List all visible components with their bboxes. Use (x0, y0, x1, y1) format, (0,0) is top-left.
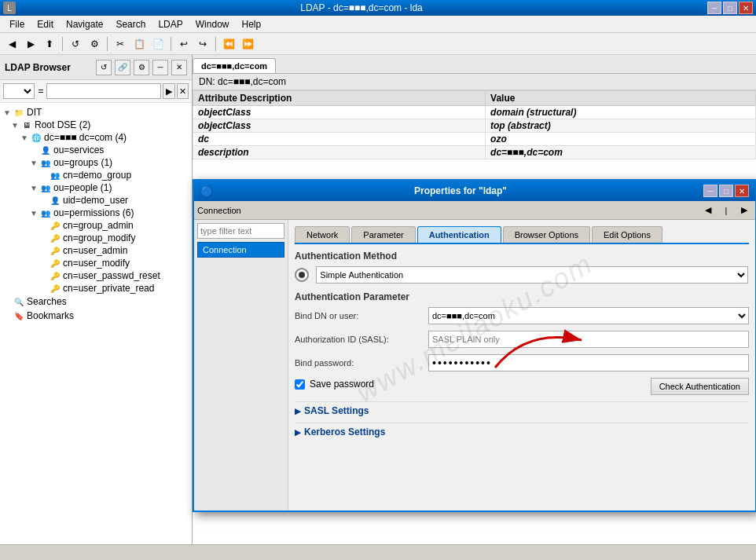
tree-view: ▼ 📁 DIT ▼ 🖥 Root DSE (2) ▼ 🌐 dc=■■■ dc=c… (0, 103, 192, 326)
sasl-arrow-icon: ▶ (295, 407, 301, 415)
bind-dn-select[interactable]: dc=■■■,dc=com (428, 307, 749, 324)
tree-toggle-cnuserpasswdreset (39, 272, 49, 280)
tree-item-uiddemouser[interactable]: 👤 uid=demo_user (38, 194, 192, 207)
table-row[interactable]: descriptiondc=■■■,dc=com (193, 146, 756, 159)
dn-bar: DN: dc=■■■,dc=com (193, 74, 756, 90)
kerberos-arrow-icon: ▶ (295, 428, 301, 437)
toolbar-btn-10[interactable]: ↪ (194, 35, 211, 53)
tree-label-oupermissions: ou=permissions (6) (53, 207, 134, 218)
menu-window[interactable]: Window (189, 17, 236, 31)
menu-edit[interactable]: Edit (31, 17, 60, 31)
menu-ldap[interactable]: LDAP (152, 17, 189, 31)
bind-pw-input[interactable] (428, 354, 749, 372)
tree-item-rootdse[interactable]: ▼ 🖥 Root DSE (2) (9, 119, 192, 131)
tree-item-cngroupmodify[interactable]: 🔑 cn=group_modify (38, 232, 192, 244)
tree-item-ougroups[interactable]: ▼ 👥 ou=groups (1) (28, 156, 192, 169)
dialog-nav-sep: | (718, 203, 734, 218)
toolbar-btn-3[interactable]: ⬆ (41, 35, 58, 53)
close-button[interactable]: ✕ (739, 2, 753, 14)
browser-refresh-btn[interactable]: ↺ (96, 60, 112, 75)
tree-label-ouservices: ou=services (53, 145, 104, 156)
dialog-maximize-btn[interactable]: □ (719, 185, 733, 197)
tree-label-searches: Searches (27, 296, 67, 307)
dialog-minimize-btn[interactable]: ─ (703, 185, 717, 197)
save-password-checkbox[interactable] (295, 379, 305, 390)
auth-id-input[interactable] (428, 331, 749, 348)
tab-browser-options[interactable]: Browser Options (503, 226, 590, 243)
tab-edit-options[interactable]: Edit Options (592, 226, 662, 243)
tab-authentication[interactable]: Authentication (417, 226, 501, 243)
tree-toggle-cnuseradmin (39, 247, 49, 255)
toolbar-btn-9[interactable]: ↩ (175, 35, 193, 53)
tree-item-oupermissions[interactable]: ▼ 👥 ou=permissions (6) (28, 207, 192, 219)
tab-dc[interactable]: dc=■■■,dc=com (193, 58, 276, 73)
auth-id-label: Authorization ID (SASL): (295, 335, 428, 344)
toolbar-btn-8[interactable]: 📄 (149, 35, 167, 53)
menu-file[interactable]: File (3, 17, 31, 31)
tree-item-cnuseradmin[interactable]: 🔑 cn=user_admin (38, 244, 192, 257)
toolbar-btn-7[interactable]: 📋 (130, 35, 148, 53)
menu-navigate[interactable]: Navigate (60, 17, 109, 31)
browser-settings-btn[interactable]: ⚙ (134, 60, 149, 75)
filter-eq-sign: = (36, 86, 45, 97)
tree-toggle-oupeople: ▼ (30, 184, 39, 192)
toolbar-btn-11[interactable]: ⏪ (220, 35, 237, 53)
tree-item-dit[interactable]: ▼ 📁 DIT (0, 106, 192, 119)
save-password-row: Save password (295, 379, 374, 390)
dialog-nav-forward[interactable]: ▶ (736, 203, 752, 218)
tree-item-oupeople[interactable]: ▼ 👥 ou=people (1) (28, 181, 192, 194)
toolbar-btn-2[interactable]: ▶ (22, 35, 39, 53)
filter-value-input[interactable] (46, 83, 161, 99)
tree-icon-cndemogroup: 👥 (49, 170, 61, 180)
tree-item-cnusermodify[interactable]: 🔑 cn=user_modify (38, 257, 192, 269)
kerberos-settings-header[interactable]: ▶ Kerberos Settings (295, 423, 749, 441)
filter-clear-btn[interactable]: ✕ (177, 83, 189, 99)
tree-item-searches[interactable]: 🔍 Searches (0, 295, 192, 309)
sasl-settings-header[interactable]: ▶ SASL Settings (295, 401, 749, 419)
tree-item-bookmarks[interactable]: 🔖 Bookmarks (0, 309, 192, 323)
dialog-close-btn[interactable]: ✕ (735, 185, 749, 197)
table-row[interactable]: objectClasstop (abstract) (193, 119, 756, 133)
minimize-button[interactable]: ─ (707, 2, 721, 14)
tree-item-cnuserpasswdreset[interactable]: 🔑 cn=user_passwd_reset (38, 269, 192, 282)
value-cell: ozo (486, 133, 756, 146)
check-auth-button[interactable]: Check Authentication (651, 378, 749, 395)
tree-icon-dc: 🌐 (30, 133, 42, 142)
browser-close-btn[interactable]: ✕ (171, 60, 187, 75)
tree-item-cngroupadmin[interactable]: 🔑 cn=group_admin (38, 219, 192, 232)
dialog-body: Connection Network Parameter Authenticat… (194, 220, 755, 511)
dialog-sidebar: Connection (194, 220, 288, 511)
filter-attr-select[interactable] (3, 83, 35, 99)
toolbar-btn-1[interactable]: ◀ (3, 35, 20, 53)
tree-label-dit: DIT (27, 107, 42, 118)
table-row[interactable]: dcozo (193, 133, 756, 146)
tab-network[interactable]: Network (295, 226, 350, 243)
dialog-sidebar-connection[interactable]: Connection (197, 242, 284, 258)
tree-item-cndemogroup[interactable]: 👥 cn=demo_group (38, 169, 192, 181)
toolbar-btn-5[interactable]: ⚙ (86, 35, 103, 53)
attr-cell: objectClass (193, 119, 486, 133)
tree-item-dc[interactable]: ▼ 🌐 dc=■■■ dc=com (4) (19, 131, 192, 144)
tree-icon-cnuserpasswdreset: 🔑 (49, 271, 61, 280)
dialog-nav-back[interactable]: ◀ (700, 203, 716, 218)
tree-toggle-uiddemouser (39, 196, 49, 205)
toolbar-btn-6[interactable]: ✂ (112, 35, 129, 53)
tree-item-cnuserprivateread[interactable]: 🔑 cn=user_private_read (38, 282, 192, 295)
tree-icon-rootdse: 🖥 (20, 120, 33, 130)
menu-search[interactable]: Search (109, 17, 152, 31)
menu-help[interactable]: Help (235, 17, 267, 31)
toolbar-btn-4[interactable]: ↺ (67, 35, 84, 53)
tree-label-uiddemouser: uid=demo_user (63, 195, 128, 206)
tree-label-dc: dc=■■■ dc=com (4) (44, 132, 127, 143)
tab-parameter[interactable]: Parameter (351, 226, 415, 243)
auth-method-select[interactable]: Simple Authentication No Authentication … (316, 266, 748, 284)
tree-item-ouservices[interactable]: 👤 ou=services (28, 144, 192, 156)
table-row[interactable]: objectClassdomain (structural) (193, 106, 756, 119)
browser-minimize-btn[interactable]: ─ (152, 60, 168, 75)
maximize-button[interactable]: □ (723, 2, 737, 14)
toolbar-btn-12[interactable]: ⏩ (239, 35, 256, 53)
browser-link-btn[interactable]: 🔗 (115, 60, 130, 75)
dialog-filter-input[interactable] (197, 223, 284, 239)
filter-apply-btn[interactable]: ▶ (163, 83, 174, 99)
dialog-content: Network Parameter Authentication Browser… (288, 220, 755, 511)
